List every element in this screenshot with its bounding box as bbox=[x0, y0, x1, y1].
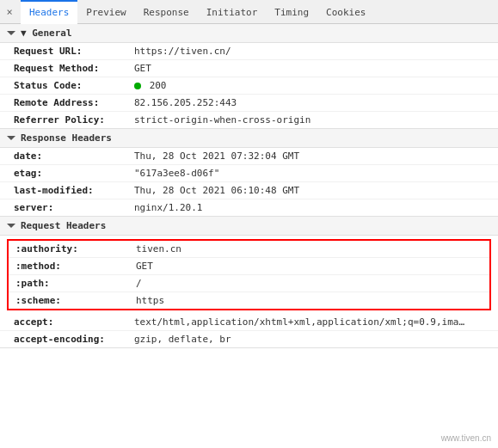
table-row: etag: "617a3ee8-d06f" bbox=[0, 165, 498, 182]
table-row: :path: / bbox=[9, 275, 489, 292]
general-section: ▼ General Request URL: https://tiven.cn/… bbox=[0, 24, 498, 129]
table-row: Request URL: https://tiven.cn/ bbox=[0, 43, 498, 60]
request-headers-section-header[interactable]: Request Headers bbox=[0, 217, 498, 236]
status-dot-icon bbox=[134, 83, 141, 89]
response-headers-section: Response Headers date: Thu, 28 Oct 2021 … bbox=[0, 129, 498, 217]
table-row: :authority: tiven.cn bbox=[9, 241, 489, 258]
table-row: :scheme: https bbox=[9, 292, 489, 309]
general-collapse-icon bbox=[7, 31, 15, 35]
table-row: server: nginx/1.20.1 bbox=[0, 199, 498, 216]
table-row: accept: text/html,application/xhtml+xml,… bbox=[0, 314, 498, 331]
response-headers-rows: date: Thu, 28 Oct 2021 07:32:04 GMT etag… bbox=[0, 148, 498, 216]
general-section-header[interactable]: ▼ General bbox=[0, 24, 498, 43]
request-headers-section: Request Headers :authority: tiven.cn :me… bbox=[0, 217, 498, 348]
request-headers-boxed: :authority: tiven.cn :method: GET :path:… bbox=[7, 239, 491, 310]
tab-timing[interactable]: Timing bbox=[266, 0, 317, 24]
tab-preview[interactable]: Preview bbox=[77, 0, 134, 24]
table-row: date: Thu, 28 Oct 2021 07:32:04 GMT bbox=[0, 148, 498, 165]
table-row: accept-encoding: gzip, deflate, br bbox=[0, 331, 498, 347]
table-row: Request Method: GET bbox=[0, 60, 498, 77]
table-row: :method: GET bbox=[9, 258, 489, 275]
tab-close-button[interactable]: × bbox=[3, 6, 15, 18]
tab-cookies[interactable]: Cookies bbox=[317, 0, 374, 24]
tab-initiator[interactable]: Initiator bbox=[198, 0, 267, 24]
tab-headers[interactable]: Headers bbox=[21, 0, 77, 24]
content-area: ▼ General Request URL: https://tiven.cn/… bbox=[0, 24, 498, 448]
watermark: www.tiven.cn bbox=[441, 433, 491, 443]
response-headers-collapse-icon bbox=[7, 136, 15, 140]
tab-response[interactable]: Response bbox=[135, 0, 198, 24]
table-row: last-modified: Thu, 28 Oct 2021 06:10:48… bbox=[0, 182, 498, 199]
request-headers-remaining: accept: text/html,application/xhtml+xml,… bbox=[0, 314, 498, 347]
table-row: Referrer Policy: strict-origin-when-cros… bbox=[0, 112, 498, 128]
tab-bar: × Headers Preview Response Initiator Tim… bbox=[0, 0, 498, 24]
general-rows: Request URL: https://tiven.cn/ Request M… bbox=[0, 43, 498, 128]
response-headers-section-header[interactable]: Response Headers bbox=[0, 129, 498, 148]
table-row: Status Code: 200 bbox=[0, 77, 498, 95]
table-row: Remote Address: 82.156.205.252:443 bbox=[0, 95, 498, 112]
request-headers-collapse-icon bbox=[7, 224, 15, 228]
